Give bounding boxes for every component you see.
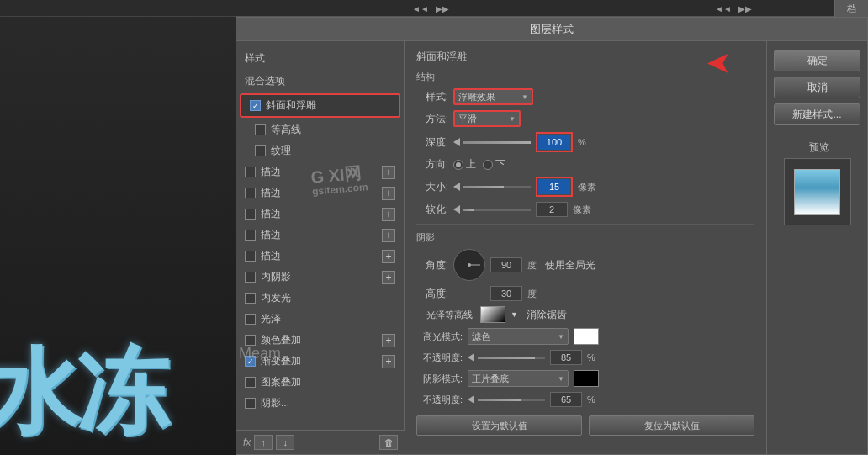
shading-subtitle: 阴影	[416, 231, 754, 244]
drop-shadow-checkbox[interactable]	[245, 398, 256, 409]
size-input[interactable]	[538, 179, 570, 194]
direction-down-radio[interactable]	[483, 160, 493, 170]
color-overlay-label: 颜色叠加	[261, 333, 301, 347]
shadow-opacity-input[interactable]	[550, 392, 582, 407]
altitude-input[interactable]	[490, 286, 522, 301]
highlight-mode-row: 高光模式: 滤色 ▼	[416, 328, 754, 345]
stroke2-checkbox[interactable]	[245, 188, 256, 198]
bevel-checkbox[interactable]	[250, 100, 261, 111]
depth-unit: %	[578, 137, 586, 147]
style-select[interactable]: 浮雕效果 ▼	[453, 88, 533, 105]
style-item-pattern-overlay[interactable]: 图案叠加	[236, 372, 404, 393]
shadow-mode-arrow: ▼	[558, 375, 564, 383]
gloss-contour-arrow[interactable]: ▼	[511, 310, 518, 319]
stroke5-plus[interactable]: +	[382, 250, 395, 263]
gloss-contour-swatch[interactable]	[480, 306, 505, 323]
shadow-mode-row: 阴影模式: 正片叠底 ▼	[416, 370, 754, 387]
inner-glow-checkbox[interactable]	[245, 293, 256, 304]
soften-slider-arrow[interactable]	[453, 205, 460, 214]
stroke4-plus[interactable]: +	[382, 229, 395, 242]
style-item-texture[interactable]: 纹理	[236, 140, 404, 161]
stroke1-plus[interactable]: +	[382, 166, 395, 179]
move-down-button[interactable]: ↓	[276, 435, 294, 450]
soften-input[interactable]	[536, 202, 568, 217]
soften-track	[463, 209, 531, 211]
set-default-button[interactable]: 设置为默认值	[416, 415, 582, 436]
shadow-mode-select[interactable]: 正片叠底 ▼	[468, 370, 569, 387]
direction-up-radio[interactable]	[453, 160, 463, 170]
direction-up-item[interactable]: 上	[453, 157, 476, 172]
highlight-opacity-row: 不透明度: %	[416, 350, 754, 365]
contour-checkbox[interactable]	[255, 124, 266, 135]
direction-up-label: 上	[466, 157, 476, 172]
direction-down-item[interactable]: 下	[483, 157, 505, 172]
style-item-satin[interactable]: 光泽	[236, 309, 404, 330]
color-overlay-plus[interactable]: +	[382, 334, 395, 347]
styles-panel: 样式 混合选项 斜面和浮雕 等高线 纹理	[236, 41, 405, 454]
depth-slider-arrow[interactable]	[453, 138, 460, 146]
gradient-overlay-checkbox[interactable]	[245, 356, 256, 367]
style-item-color-overlay[interactable]: 颜色叠加 +	[236, 330, 404, 351]
style-item-stroke1[interactable]: 描边 +	[236, 161, 404, 183]
texture-checkbox[interactable]	[255, 145, 266, 156]
style-item-drop-shadow[interactable]: 阴影...	[236, 393, 404, 414]
archive-button[interactable]: 档	[834, 0, 868, 17]
arrow-right[interactable]: ▶▶	[436, 4, 449, 13]
stroke5-checkbox[interactable]	[245, 251, 256, 262]
stroke1-checkbox[interactable]	[245, 167, 256, 177]
highlight-color-swatch[interactable]	[574, 328, 599, 345]
style-item-inner-glow[interactable]: 内发光	[236, 288, 404, 309]
cancel-button[interactable]: 取消	[774, 77, 860, 98]
arrow-right-2[interactable]: ▶▶	[738, 4, 752, 13]
arrow-left-2[interactable]: ◄◄	[715, 4, 732, 13]
size-input-highlight-box	[536, 177, 573, 197]
move-up-button[interactable]: ↑	[254, 435, 273, 450]
angle-row: 角度: 度 使用全局光	[416, 249, 754, 281]
settings-panel: 斜面和浮雕 结构 样式: 浮雕效果 ▼ 方法: 平滑 ▼ 深度:	[405, 41, 766, 454]
angle-unit: 度	[527, 259, 537, 272]
stroke4-checkbox[interactable]	[245, 230, 256, 241]
satin-checkbox[interactable]	[245, 314, 256, 325]
anti-alias-check[interactable]: 消除锯齿	[523, 308, 567, 322]
style-item-stroke3[interactable]: 描边 +	[236, 204, 404, 225]
shadow-opacity-unit: %	[587, 394, 595, 405]
shadow-color-swatch[interactable]	[574, 370, 599, 387]
method-select[interactable]: 平滑 ▼	[453, 110, 521, 127]
size-slider-arrow[interactable]	[453, 183, 460, 191]
style-item-bevel[interactable]: 斜面和浮雕	[240, 93, 400, 118]
style-item-stroke5[interactable]: 描边 +	[236, 246, 404, 267]
stroke3-checkbox[interactable]	[245, 209, 256, 220]
blending-label: 混合选项	[245, 74, 285, 88]
stroke3-plus[interactable]: +	[382, 208, 395, 221]
highlight-opacity-arrow[interactable]	[468, 353, 474, 362]
anti-alias-label: 消除锯齿	[527, 308, 567, 322]
reset-default-button[interactable]: 复位为默认值	[589, 415, 754, 436]
style-item-stroke4[interactable]: 描边 +	[236, 225, 404, 246]
stroke2-plus[interactable]: +	[382, 187, 395, 200]
global-light-check[interactable]: 使用全局光	[542, 258, 595, 272]
preview-checkbox-row[interactable]: 预览	[806, 140, 829, 155]
shadow-opacity-arrow[interactable]	[468, 395, 474, 404]
ok-button[interactable]: 确定	[774, 50, 860, 71]
angle-dial[interactable]	[453, 249, 485, 281]
arrow-left[interactable]: ◄◄	[412, 4, 429, 13]
style-item-contour[interactable]: 等高线	[236, 119, 404, 140]
style-item-inner-shadow[interactable]: 内阴影 +	[236, 267, 404, 288]
angle-input[interactable]	[490, 257, 522, 272]
inner-shadow-plus[interactable]: +	[382, 271, 395, 284]
highlight-mode-select[interactable]: 滤色 ▼	[468, 328, 569, 345]
highlight-opacity-input[interactable]	[550, 350, 582, 365]
depth-input[interactable]	[538, 135, 570, 150]
gradient-overlay-plus[interactable]: +	[382, 355, 395, 368]
pattern-overlay-checkbox[interactable]	[245, 377, 256, 388]
style-select-arrow: ▼	[521, 93, 528, 101]
new-style-button[interactable]: 新建样式...	[774, 103, 860, 125]
stroke5-label: 描边	[261, 249, 281, 263]
gloss-contour-row: 光泽等高线: ▼ 消除锯齿	[416, 306, 754, 323]
style-item-stroke2[interactable]: 描边 +	[236, 183, 404, 204]
color-overlay-checkbox[interactable]	[245, 335, 256, 346]
inner-shadow-checkbox[interactable]	[245, 272, 256, 283]
style-item-blending[interactable]: 混合选项	[236, 71, 404, 92]
style-item-gradient-overlay[interactable]: 渐变叠加 +	[236, 351, 404, 372]
delete-style-button[interactable]: 🗑	[379, 435, 398, 450]
